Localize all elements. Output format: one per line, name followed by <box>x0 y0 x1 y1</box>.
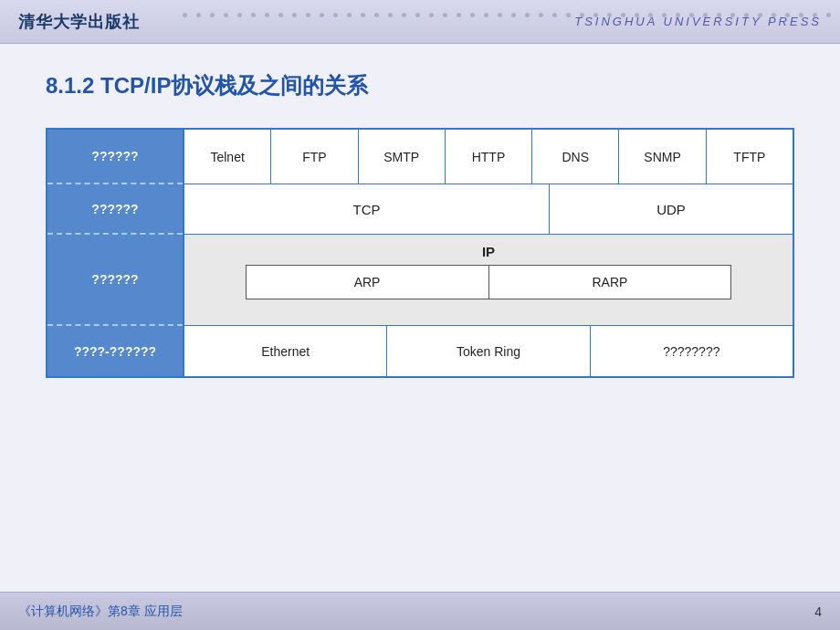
transport-layer-row: TCP UDP <box>184 184 793 235</box>
footer-link: 《计算机网络》第8章 应用层 <box>18 604 183 620</box>
network-layer-label: ?????? <box>47 235 183 326</box>
smtp-cell: SMTP <box>359 130 446 184</box>
logo: 清华大学出版社 <box>18 11 140 33</box>
arp-cell: ARP <box>247 266 489 299</box>
udp-cell: UDP <box>550 184 793 234</box>
network-layer-row: IP ARP RARP <box>184 235 793 326</box>
footer: 《计算机网络》第8章 应用层 4 <box>0 592 840 630</box>
arp-rarp-row: ARP RARP <box>246 265 732 299</box>
link-layer-label: ????-?????? <box>47 326 183 376</box>
page-number: 4 <box>814 604 822 619</box>
tftp-cell: TFTP <box>707 130 793 184</box>
ftp-cell: FTP <box>271 130 358 184</box>
snmp-cell: SNMP <box>619 130 706 184</box>
link-layer-row: Ethernet Token Ring ???????? <box>184 326 793 376</box>
telnet-cell: Telnet <box>184 130 271 184</box>
page-title: 8.1.2 TCP/IP协议栈及之间的关系 <box>46 71 794 100</box>
transport-layer-label: ?????? <box>47 184 183 235</box>
app-layer-label: ?????? <box>47 130 183 184</box>
token-ring-cell: Token Ring <box>387 326 590 376</box>
ethernet-cell: Ethernet <box>184 326 387 376</box>
header-dots <box>183 13 840 17</box>
other-link-cell: ???????? <box>591 326 793 376</box>
main-content: 8.1.2 TCP/IP协议栈及之间的关系 ?????? ?????? ????… <box>0 44 840 396</box>
ip-label: IP <box>482 235 495 265</box>
left-column: ?????? ?????? ?????? ????-?????? <box>47 130 184 376</box>
app-layer-row: Telnet FTP SMTP HTTP DNS SNMP TFTP <box>184 130 793 184</box>
dns-cell: DNS <box>532 130 619 184</box>
right-column: Telnet FTP SMTP HTTP DNS SNMP TFTP TCP U… <box>184 130 793 376</box>
rarp-cell: RARP <box>489 266 731 299</box>
http-cell: HTTP <box>446 130 532 184</box>
header: 清华大学出版社 TSINGHUA UNIVERSITY PRESS <box>0 0 840 44</box>
tcp-cell: TCP <box>184 184 550 234</box>
tcpip-diagram: ?????? ?????? ?????? ????-?????? Telnet … <box>46 128 794 378</box>
